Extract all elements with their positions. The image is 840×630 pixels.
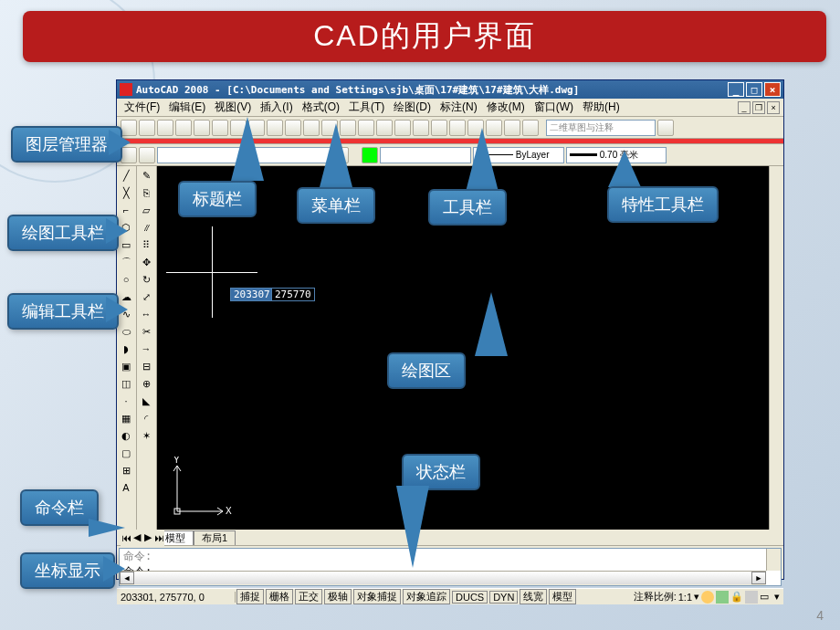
tab-prev-icon[interactable]: ◀ [131, 530, 142, 546]
save-icon[interactable] [157, 120, 173, 136]
polyline-icon[interactable]: ⌐ [118, 202, 134, 218]
undo-icon[interactable] [303, 120, 320, 136]
tab-next-icon[interactable]: ▶ [142, 530, 153, 546]
menu-modify[interactable]: 修改(M) [483, 100, 529, 115]
mirror-icon[interactable]: ▱ [138, 202, 154, 218]
zoom-window-icon[interactable] [376, 120, 393, 136]
status-menu-dropdown-icon[interactable]: ▾ [774, 591, 780, 603]
menu-tools[interactable]: 工具(T) [345, 100, 388, 115]
status-osnap[interactable]: 对象捕捉 [353, 589, 401, 604]
ellipse-icon[interactable]: ⬭ [118, 323, 134, 340]
menu-dimension[interactable]: 标注(N) [436, 100, 481, 115]
color-combo[interactable] [380, 147, 471, 163]
tab-last-icon[interactable]: ⏭ [153, 530, 164, 546]
command-line-area[interactable]: 命令: 命令: ◀ ▶ [119, 548, 782, 586]
line-icon[interactable]: ╱ [118, 167, 134, 184]
menu-draw[interactable]: 绘图(D) [390, 100, 435, 115]
region-icon[interactable]: ▢ [118, 445, 134, 461]
maximize-button[interactable]: □ [746, 82, 762, 97]
move-icon[interactable]: ✥ [138, 254, 154, 270]
zoom-icon[interactable] [358, 120, 374, 136]
child-minimize-button[interactable]: _ [738, 101, 751, 114]
status-coords[interactable]: 203301, 275770, 0 [117, 592, 236, 603]
ellipse-arc-icon[interactable]: ◗ [118, 341, 134, 357]
menu-window[interactable]: 窗口(W) [530, 100, 577, 115]
status-dyn[interactable]: DYN [489, 591, 518, 604]
copy-obj-icon[interactable]: ⎘ [138, 184, 154, 201]
mtext-icon[interactable]: A [118, 479, 134, 496]
status-ducs[interactable]: DUCS [452, 591, 488, 604]
stretch-icon[interactable]: ↔ [138, 306, 154, 322]
child-close-button[interactable]: × [767, 101, 780, 114]
array-icon[interactable]: ⠿ [138, 236, 154, 253]
close-button[interactable]: × [764, 82, 781, 97]
vertical-scrollbar[interactable] [769, 166, 783, 530]
make-block-icon[interactable]: ◫ [118, 375, 134, 392]
workspace-combo[interactable]: 二维草图与注释 [546, 120, 656, 136]
scroll-right-icon[interactable]: ▶ [751, 572, 766, 584]
erase-icon[interactable]: ✎ [138, 167, 154, 184]
open-icon[interactable] [139, 120, 155, 136]
status-model[interactable]: 模型 [549, 589, 576, 604]
ucs-y-label: Y [173, 457, 180, 465]
rotate-icon[interactable]: ↻ [138, 271, 154, 288]
clean-screen-icon[interactable]: ▭ [760, 591, 772, 604]
annotation-visibility-icon[interactable] [701, 591, 714, 604]
help-icon[interactable] [522, 120, 539, 136]
publish-icon[interactable] [212, 120, 228, 136]
print-icon[interactable] [175, 120, 192, 136]
join-icon[interactable]: ⊕ [138, 375, 154, 392]
scale-icon[interactable]: ⤢ [138, 289, 154, 305]
annot-scale-dropdown-icon[interactable]: ▾ [694, 591, 699, 603]
arc-icon[interactable]: ⌒ [118, 254, 134, 270]
qcalc-icon[interactable] [504, 120, 520, 136]
status-ortho[interactable]: 正交 [295, 589, 322, 604]
annot-scale-value[interactable]: 1:1 [678, 592, 692, 603]
explode-icon[interactable]: ✶ [138, 427, 154, 444]
minimize-button[interactable]: _ [728, 82, 744, 97]
window-titlebar[interactable]: AutoCAD 2008 - [C:\Documents and Setting… [117, 80, 783, 99]
preview-icon[interactable] [194, 120, 210, 136]
dynamic-input-x: 203307 [230, 288, 274, 301]
lock-icon[interactable]: 🔒 [730, 591, 743, 604]
circle-icon[interactable]: ○ [118, 271, 134, 288]
trim-icon[interactable]: ✂ [138, 323, 154, 340]
status-lwt[interactable]: 线宽 [520, 589, 547, 604]
break-icon[interactable]: ⊟ [138, 358, 154, 374]
menu-file[interactable]: 文件(F) [121, 100, 163, 115]
menu-insert[interactable]: 插入(I) [257, 100, 296, 115]
menu-view[interactable]: 视图(V) [211, 100, 255, 115]
command-scrollbar-v[interactable] [766, 549, 781, 571]
status-snap[interactable]: 捕捉 [236, 589, 264, 604]
color-swatch-icon[interactable] [362, 147, 378, 163]
insert-block-icon[interactable]: ▣ [118, 358, 134, 374]
table-icon[interactable]: ⊞ [118, 462, 134, 478]
menu-help[interactable]: 帮助(H) [579, 100, 624, 115]
properties-icon[interactable] [413, 120, 429, 136]
offset-icon[interactable]: ⫽ [138, 219, 154, 236]
paste-icon[interactable] [267, 120, 283, 136]
status-otrack[interactable]: 对象追踪 [403, 589, 450, 604]
child-restore-button[interactable]: ❐ [752, 101, 765, 114]
layer-state-icon[interactable] [139, 147, 155, 163]
designcenter-icon[interactable] [431, 120, 447, 136]
zoom-prev-icon[interactable] [394, 120, 411, 136]
toolbar-icon[interactable] [745, 591, 758, 604]
fillet-icon[interactable]: ◜ [138, 410, 154, 426]
workspace-settings-icon[interactable] [657, 120, 674, 136]
status-grid[interactable]: 栅格 [266, 589, 293, 604]
annotation-autoscale-icon[interactable] [716, 591, 729, 604]
menu-format[interactable]: 格式(O) [299, 100, 343, 115]
hatch-icon[interactable]: ▦ [118, 410, 134, 426]
tab-layout1[interactable]: 布局1 [194, 530, 236, 545]
chamfer-icon[interactable]: ◣ [138, 393, 154, 409]
menu-edit[interactable]: 编辑(E) [165, 100, 209, 115]
command-scrollbar-h[interactable]: ◀ ▶ [120, 571, 766, 585]
toolpalette-icon[interactable] [449, 120, 466, 136]
xline-icon[interactable]: ╳ [118, 184, 134, 201]
extend-icon[interactable]: → [138, 341, 154, 357]
gradient-icon[interactable]: ◐ [118, 427, 134, 444]
match-icon[interactable] [285, 120, 301, 136]
status-polar[interactable]: 极轴 [324, 589, 352, 604]
point-icon[interactable]: · [118, 393, 134, 409]
